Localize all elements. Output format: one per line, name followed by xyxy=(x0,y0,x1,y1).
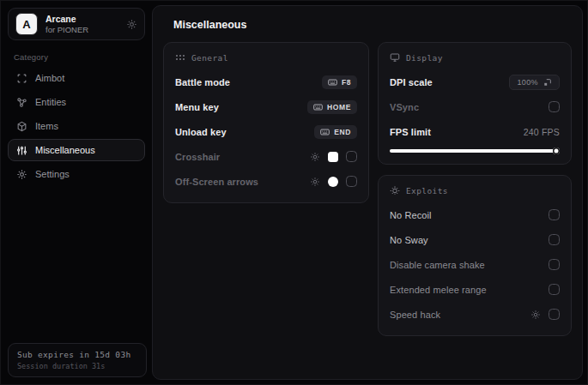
sidebar-item-label: Aimbot xyxy=(35,73,64,83)
monitor-icon xyxy=(390,52,400,63)
main-panel: Miscellaneous General Battle mode xyxy=(152,5,583,380)
extended-melee-range-checkbox[interactable] xyxy=(549,284,560,295)
setting-row-battle-mode: Battle mode F8 xyxy=(175,72,357,92)
sidebar-item-entities[interactable]: Entities xyxy=(8,91,145,113)
sidebar-item-settings[interactable]: Settings xyxy=(8,163,145,185)
keyboard-icon xyxy=(320,129,330,135)
sidebar-nav: Aimbot Entities Items Miscellaneous xyxy=(8,67,145,185)
package-icon xyxy=(16,121,27,132)
color-swatch[interactable] xyxy=(328,152,338,162)
gear-icon[interactable] xyxy=(530,310,541,320)
page-title: Miscellaneous xyxy=(173,19,572,31)
exploits-card: Exploits No Recoil No Sway Disable camer… xyxy=(378,175,572,336)
setting-row-no-sway: No Sway xyxy=(390,230,560,250)
keybind-button[interactable]: F8 xyxy=(322,75,357,89)
subscription-status: Sub expires in 15d 03h Session duration … xyxy=(8,343,147,377)
no-recoil-checkbox[interactable] xyxy=(549,209,560,220)
sidebar: A Arcane for PIONER Category Aimbot xyxy=(1,1,152,384)
speed-hack-checkbox[interactable] xyxy=(549,309,560,320)
gear-icon[interactable] xyxy=(126,19,137,30)
setting-row-fps-limit: FPS limit 240 FPS xyxy=(390,122,560,141)
setting-row-no-recoil: No Recoil xyxy=(390,205,560,225)
brand-card: A Arcane for PIONER xyxy=(8,8,145,40)
gear-icon xyxy=(16,169,27,180)
crosshair-checkbox[interactable] xyxy=(346,151,357,162)
bug-icon xyxy=(390,185,400,196)
sidebar-item-label: Items xyxy=(35,121,58,131)
no-sway-checkbox[interactable] xyxy=(549,234,560,245)
app-window: A Arcane for PIONER Category Aimbot xyxy=(0,0,588,385)
general-card: General Battle mode F8 Menu key xyxy=(163,42,369,203)
setting-row-crosshair: Crosshair xyxy=(175,147,357,166)
sidebar-item-miscellaneous[interactable]: Miscellaneous xyxy=(8,139,145,161)
setting-row-speed-hack: Speed hack xyxy=(390,304,560,324)
fps-limit-slider[interactable] xyxy=(390,149,560,153)
sidebar-item-items[interactable]: Items xyxy=(8,115,145,137)
gear-icon[interactable] xyxy=(310,152,320,162)
section-title: Display xyxy=(406,53,443,63)
section-title: General xyxy=(191,53,228,63)
vsync-checkbox[interactable] xyxy=(549,101,560,112)
keybind-button[interactable]: END xyxy=(314,125,357,139)
fps-limit-value: 240 FPS xyxy=(524,127,560,137)
setting-row-disable-camera-shake: Disable camera shake xyxy=(390,255,560,274)
sub-expires-text: Sub expires in 15d 03h xyxy=(17,350,137,359)
sidebar-item-label: Settings xyxy=(35,169,70,179)
network-icon xyxy=(16,97,27,108)
section-title: Exploits xyxy=(406,186,448,196)
offscreen-arrows-checkbox[interactable] xyxy=(346,176,357,187)
setting-row-unload-key: Unload key END xyxy=(175,122,357,141)
scan-frame-icon xyxy=(16,73,27,84)
app-name: Arcane xyxy=(45,14,118,25)
setting-row-extended-melee-range: Extended melee range xyxy=(390,280,560,299)
session-duration-text: Session duration 31s xyxy=(17,362,137,370)
setting-row-menu-key: Menu key HOME xyxy=(175,97,357,117)
disable-camera-shake-checkbox[interactable] xyxy=(549,259,560,270)
scale-icon xyxy=(543,78,552,87)
sidebar-item-aimbot[interactable]: Aimbot xyxy=(8,67,145,89)
grid-dots-icon xyxy=(175,52,185,63)
display-card: Display DPI scale 100% VSync xyxy=(378,42,572,165)
app-logo-letter: A xyxy=(22,18,30,31)
sidebar-item-label: Entities xyxy=(35,97,66,107)
app-logo: A xyxy=(15,13,38,35)
sliders-icon xyxy=(16,145,27,156)
category-label: Category xyxy=(14,52,145,62)
keyboard-icon xyxy=(313,104,323,111)
setting-row-dpi-scale: DPI scale 100% xyxy=(390,72,560,92)
app-subtitle: for PIONER xyxy=(45,25,118,35)
slider-knob[interactable] xyxy=(553,147,560,154)
setting-row-offscreen-arrows: Off-Screen arrows xyxy=(175,171,357,191)
setting-row-vsync: VSync xyxy=(390,97,560,117)
color-swatch[interactable] xyxy=(328,177,338,187)
keyboard-icon xyxy=(328,79,337,86)
keybind-button[interactable]: HOME xyxy=(307,100,357,114)
sidebar-item-label: Miscellaneous xyxy=(35,145,95,155)
gear-icon[interactable] xyxy=(310,177,320,187)
dpi-scale-select[interactable]: 100% xyxy=(509,75,560,90)
